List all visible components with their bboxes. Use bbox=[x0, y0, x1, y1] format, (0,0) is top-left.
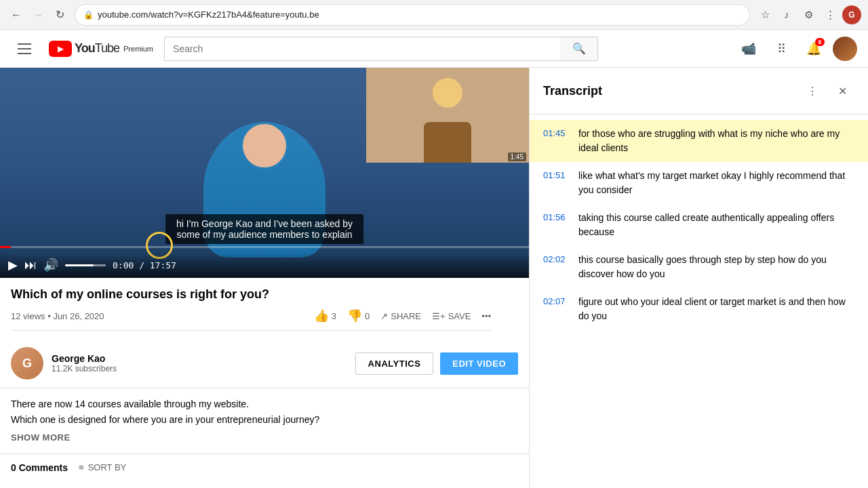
like-button[interactable]: 👍 3 bbox=[314, 308, 336, 323]
yt-logo[interactable]: YouTube Premium bbox=[49, 41, 153, 57]
transcript-entry[interactable]: 01:45 for those who are struggling with … bbox=[530, 120, 868, 162]
dislike-button[interactable]: 👎 0 bbox=[347, 308, 370, 323]
transcript-panel: Transcript ⋮ ✕ 01:45 for those who are s… bbox=[529, 68, 868, 488]
time-display: 0:00 / 17:57 bbox=[113, 260, 176, 270]
main-content: 1:45 hi I'm George Kao and I've been ask… bbox=[0, 68, 868, 488]
transcript-body: 01:45 for those who are struggling with … bbox=[530, 115, 868, 488]
progress-fill bbox=[0, 246, 11, 248]
transcript-header-actions: ⋮ ✕ bbox=[800, 79, 854, 103]
subtitle-line2: some of my audience members to explain bbox=[176, 229, 353, 240]
channel-info: George Kao 11.2K subscribers bbox=[52, 353, 117, 373]
transcript-entry[interactable]: 01:56 taking this course called create a… bbox=[530, 204, 868, 246]
analytics-button[interactable]: ANALYTICS bbox=[355, 352, 434, 375]
next-button[interactable]: ⏭ bbox=[24, 258, 37, 272]
reload-button[interactable]: ↻ bbox=[50, 5, 69, 24]
video-title: Which of my online courses is right for … bbox=[11, 286, 491, 303]
channel-avatar[interactable]: G bbox=[11, 347, 43, 380]
presenter-head bbox=[241, 122, 288, 169]
edit-video-button[interactable]: EDIT VIDEO bbox=[440, 352, 518, 375]
video-actions: 👍 3 👎 0 ↗ SHARE ☰+ SAVE bbox=[314, 308, 491, 323]
search-button[interactable]: 🔍 bbox=[560, 37, 598, 61]
transcript-time: 02:07 bbox=[543, 295, 568, 323]
description-section: There are now 14 courses available throu… bbox=[0, 388, 529, 454]
channel-name: George Kao bbox=[52, 353, 117, 364]
search-bar: 🔍 bbox=[164, 37, 598, 61]
share-icon: ↗ bbox=[380, 311, 388, 321]
transcript-time: 02:02 bbox=[543, 253, 568, 281]
save-button[interactable]: ☰+ SAVE bbox=[432, 311, 471, 321]
back-button[interactable]: ← bbox=[7, 5, 26, 24]
grid-icon[interactable]: ⠿ bbox=[768, 35, 795, 62]
browser-profile-avatar[interactable]: G bbox=[842, 5, 861, 24]
video-meta: 12 views • Jun 26, 2020 👍 3 👎 0 ↗ bbox=[11, 308, 491, 331]
pip-head bbox=[433, 78, 462, 108]
yt-header: YouTube Premium 🔍 📹 ⠿ 🔔 6 bbox=[0, 30, 868, 68]
video-subtitle: hi I'm George Kao and I've been asked by… bbox=[165, 214, 363, 244]
sort-icon: ≡ bbox=[79, 462, 84, 472]
save-label: SAVE bbox=[448, 311, 471, 321]
share-button[interactable]: ↗ SHARE bbox=[380, 311, 421, 321]
header-right: 📹 ⠿ 🔔 6 bbox=[735, 35, 857, 62]
extensions-icon[interactable]: ⚙ bbox=[799, 5, 818, 24]
show-more-button[interactable]: SHOW MORE bbox=[11, 430, 71, 445]
video-controls: ▶ ⏭ 🔊 0:00 / 17:57 bbox=[0, 252, 529, 278]
channel-section: G George Kao 11.2K subscribers ANALYTICS… bbox=[0, 339, 529, 388]
transcript-time: 01:56 bbox=[543, 211, 568, 239]
thumbs-up-icon: 👍 bbox=[314, 308, 329, 323]
forward-button[interactable]: → bbox=[28, 5, 47, 24]
progress-bar[interactable] bbox=[0, 246, 529, 248]
transcript-entry[interactable]: 02:02 this course basically goes through… bbox=[530, 246, 868, 288]
notification-badge: 6 bbox=[815, 38, 825, 46]
pip-body bbox=[424, 122, 471, 163]
video-player[interactable]: 1:45 hi I'm George Kao and I've been ask… bbox=[0, 68, 529, 278]
channel-right: ANALYTICS EDIT VIDEO bbox=[355, 352, 518, 375]
lock-icon: 🔒 bbox=[83, 10, 94, 20]
pip-video: 1:45 bbox=[366, 68, 529, 163]
save-icon: ☰+ bbox=[432, 311, 446, 321]
transcript-more-button[interactable]: ⋮ bbox=[800, 79, 825, 103]
subtitle-line1: hi I'm George Kao and I've been asked by bbox=[176, 218, 353, 229]
view-count: 12 views bbox=[11, 311, 45, 321]
notification-bell-icon[interactable]: 🔔 6 bbox=[800, 35, 827, 62]
channel-subscribers: 11.2K subscribers bbox=[52, 364, 117, 373]
transcript-entry[interactable]: 01:51 like what what's my target market … bbox=[530, 162, 868, 204]
like-count: 3 bbox=[332, 311, 336, 321]
video-camera-icon[interactable]: 📹 bbox=[735, 35, 762, 62]
transcript-text: this course basically goes through step … bbox=[578, 253, 854, 281]
address-bar[interactable]: 🔒 youtube.com/watch?v=KGFKz217bA4&featur… bbox=[75, 4, 750, 26]
yt-music-icon[interactable]: ♪ bbox=[777, 5, 796, 24]
volume-slider[interactable] bbox=[65, 264, 106, 266]
more-actions-button[interactable]: ••• bbox=[481, 311, 491, 321]
transcript-title: Transcript bbox=[543, 84, 602, 98]
video-section: 1:45 hi I'm George Kao and I've been ask… bbox=[0, 68, 529, 488]
play-button[interactable]: ▶ bbox=[8, 258, 18, 272]
comments-section: 0 Comments ≡ SORT BY bbox=[0, 454, 529, 487]
sort-by-button[interactable]: ≡ SORT BY bbox=[79, 462, 126, 472]
description-line2: Which one is designed for where you are … bbox=[11, 412, 518, 427]
nav-buttons: ← → ↻ bbox=[7, 5, 69, 24]
dislike-count: 0 bbox=[365, 311, 370, 321]
sort-label: SORT BY bbox=[88, 462, 127, 472]
url-text: youtube.com/watch?v=KGFKz217bA4&feature=… bbox=[98, 9, 741, 20]
star-icon[interactable]: ☆ bbox=[755, 5, 774, 24]
hamburger-menu-button[interactable] bbox=[11, 35, 38, 62]
volume-fill bbox=[65, 264, 94, 266]
search-input[interactable] bbox=[164, 37, 560, 61]
browser-menu-icon[interactable]: ⋮ bbox=[821, 5, 840, 24]
thumbs-down-icon: 👎 bbox=[347, 308, 362, 323]
transcript-text: for those who are struggling with what i… bbox=[578, 127, 854, 155]
mute-button[interactable]: 🔊 bbox=[43, 258, 58, 272]
transcript-text: like what what's my target market okay I… bbox=[578, 169, 854, 197]
transcript-entry[interactable]: 02:07 figure out who your ideal client o… bbox=[530, 288, 868, 330]
transcript-close-button[interactable]: ✕ bbox=[830, 79, 854, 103]
pip-bg: 1:45 bbox=[366, 68, 529, 163]
transcript-time: 01:45 bbox=[543, 127, 568, 155]
video-stats: 12 views • Jun 26, 2020 bbox=[11, 311, 104, 321]
comments-header: 0 Comments ≡ SORT BY bbox=[11, 462, 518, 473]
total-time: 17:57 bbox=[150, 260, 176, 270]
pip-timestamp: 1:45 bbox=[508, 152, 526, 161]
description-line1: There are now 14 courses available throu… bbox=[11, 396, 518, 411]
transcript-time: 01:51 bbox=[543, 169, 568, 197]
user-avatar[interactable] bbox=[833, 37, 857, 61]
transcript-header: Transcript ⋮ ✕ bbox=[530, 68, 868, 115]
